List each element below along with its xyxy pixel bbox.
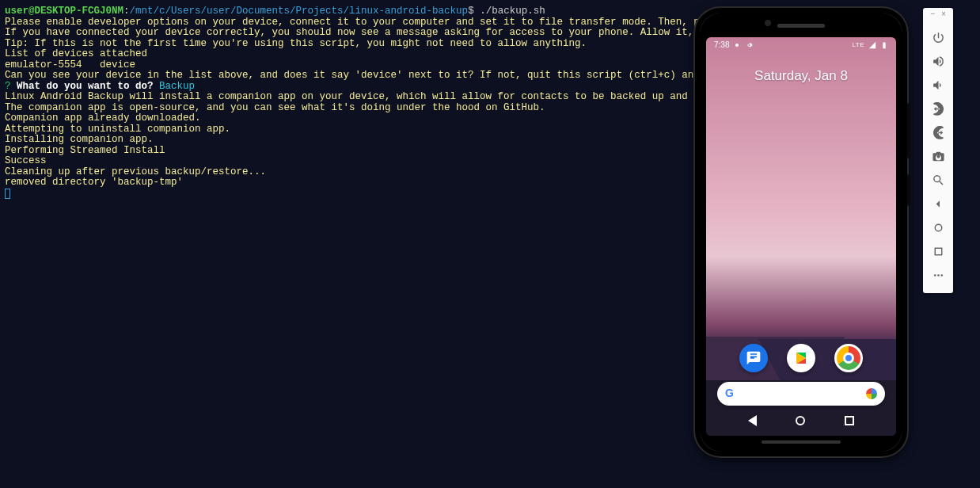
- terminal-output: Performing Streamed Install: [5, 146, 687, 157]
- power-button[interactable]: [923, 26, 953, 50]
- screenshot-button[interactable]: [923, 145, 953, 169]
- more-button[interactable]: [923, 264, 953, 288]
- volume-rocker[interactable]: [907, 103, 910, 158]
- terminal-question-line: ? What do you want to do? Backup: [5, 82, 687, 93]
- rotate-right-button[interactable]: [923, 121, 953, 145]
- power-icon: [932, 31, 945, 44]
- power-key[interactable]: [907, 174, 910, 206]
- home-icon: [932, 221, 945, 234]
- play-store-glyph-icon: [796, 353, 806, 364]
- rotate-left-button[interactable]: [923, 97, 953, 121]
- prompt-path: /mnt/c/Users/user/Documents/Projects/lin…: [130, 6, 469, 17]
- terminal-cursor-line: [5, 189, 687, 203]
- back-button[interactable]: [923, 193, 953, 216]
- entered-command: ./backup.sh: [480, 6, 545, 17]
- terminal-window[interactable]: user@DESKTOP-FCGJ0NM:/mnt/c/Users/user/D…: [5, 6, 687, 480]
- svg-point-4: [940, 275, 943, 277]
- more-icon: [932, 269, 945, 282]
- terminal-output: Attempting to uninstall companion app.: [5, 124, 687, 135]
- volume-down-button[interactable]: [923, 74, 953, 97]
- notification-icon: [733, 41, 741, 49]
- emulator-toolbar: − ×: [923, 8, 953, 293]
- chrome-glyph-icon: [837, 346, 860, 370]
- status-bar: 7:38 LTE: [706, 37, 896, 53]
- front-camera-icon: [765, 20, 771, 26]
- status-time: 7:38: [714, 41, 729, 50]
- signal-icon: [868, 41, 876, 49]
- terminal-output: emulator-5554 device: [5, 60, 687, 71]
- android-nav-bar: [706, 410, 896, 431]
- terminal-output: Cleaning up after previous backup/restor…: [5, 167, 687, 178]
- google-search-bar[interactable]: G: [717, 382, 885, 406]
- volume-up-button[interactable]: [923, 50, 953, 74]
- svg-rect-1: [935, 249, 942, 256]
- svg-point-0: [935, 225, 942, 232]
- battery-icon: [880, 41, 888, 49]
- prompt-user: user@DESKTOP-FCGJ0NM: [5, 6, 123, 17]
- terminal-output: The companion app is open-source, and yo…: [5, 103, 687, 114]
- rotate-left-icon: [932, 102, 945, 116]
- play-store-app-icon[interactable]: [787, 344, 815, 372]
- question-answer: Backup: [159, 81, 195, 92]
- terminal-output: Linux Android Backup will install a comp…: [5, 92, 687, 103]
- nav-back-button[interactable]: [748, 415, 757, 426]
- window-controls: − ×: [923, 8, 953, 26]
- android-home-screen[interactable]: 7:38 LTE Saturday, Jan 8: [706, 37, 896, 436]
- terminal-output: removed directory 'backup-tmp': [5, 177, 687, 189]
- chat-icon: [746, 350, 762, 366]
- minimize-button[interactable]: −: [930, 11, 935, 20]
- terminal-output: Can you see your device in the list abov…: [5, 71, 687, 82]
- app-dock: [706, 344, 896, 372]
- cursor-icon: [5, 189, 10, 199]
- terminal-output: Tip: If this is not the first time you'r…: [5, 39, 687, 50]
- terminal-output: Please enable developer options on your …: [5, 17, 687, 29]
- earpiece-icon: [777, 24, 825, 28]
- google-logo-icon: G: [725, 387, 734, 399]
- terminal-output: If you have connected your device correc…: [5, 28, 687, 39]
- overview-icon: [932, 245, 945, 258]
- home-button[interactable]: [923, 216, 953, 240]
- svg-point-3: [937, 275, 940, 277]
- nav-recent-button[interactable]: [845, 416, 854, 425]
- terminal-output: Installing companion app.: [5, 135, 687, 146]
- assistant-mic-icon[interactable]: [866, 388, 877, 399]
- camera-icon: [932, 150, 945, 163]
- terminal-output: Companion app already downloaded.: [5, 113, 687, 124]
- device-bezel: 7:38 LTE Saturday, Jan 8: [700, 13, 902, 452]
- overview-button[interactable]: [923, 240, 953, 264]
- volume-down-icon: [932, 78, 945, 92]
- messages-app-icon[interactable]: [739, 344, 768, 372]
- settings-status-icon: [745, 41, 753, 49]
- emulator-device-frame: 7:38 LTE Saturday, Jan 8: [693, 6, 909, 458]
- zoom-button[interactable]: [923, 169, 953, 193]
- terminal-prompt-line: user@DESKTOP-FCGJ0NM:/mnt/c/Users/user/D…: [5, 6, 687, 17]
- close-button[interactable]: ×: [941, 11, 946, 20]
- terminal-output: Success: [5, 156, 687, 167]
- homescreen-date: Saturday, Jan 8: [706, 69, 896, 83]
- question-mark: ?: [5, 81, 11, 92]
- rotate-right-icon: [932, 126, 945, 139]
- prompt-colon: :: [123, 6, 130, 17]
- svg-point-2: [933, 275, 936, 277]
- chrome-app-icon[interactable]: [834, 344, 863, 372]
- volume-up-icon: [932, 55, 945, 68]
- nav-home-button[interactable]: [796, 416, 805, 425]
- prompt-dollar: $: [468, 6, 480, 17]
- svg-point-5: [735, 44, 739, 47]
- status-network-label: LTE: [852, 42, 864, 49]
- back-icon: [932, 197, 945, 211]
- terminal-output: List of devices attached: [5, 49, 687, 60]
- question-text: What do you want to do?: [11, 81, 160, 92]
- zoom-icon: [932, 173, 945, 187]
- bottom-speaker-icon: [762, 440, 841, 444]
